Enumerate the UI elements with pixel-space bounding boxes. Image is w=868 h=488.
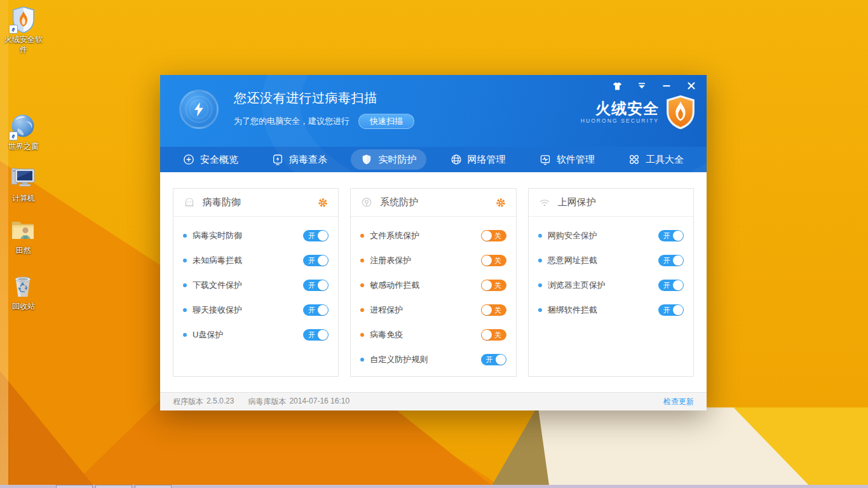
protection-row: 聊天接收保护 开 xyxy=(183,297,329,322)
tab-software-management[interactable]: 软件管理 xyxy=(529,149,605,170)
tab-label: 病毒查杀 xyxy=(289,154,327,166)
tab-network-management[interactable]: 网络管理 xyxy=(440,149,516,170)
toggle-switch[interactable]: 开 xyxy=(303,304,329,316)
status-bullet xyxy=(360,234,364,238)
tab-security-overview[interactable]: 安全概览 xyxy=(173,149,248,170)
shortcut-arrow-icon xyxy=(9,132,18,140)
skin-shirt-icon[interactable] xyxy=(609,79,625,92)
toggle-switch[interactable]: 开 xyxy=(303,329,329,341)
protection-panels: 病毒防御 病毒实时防御 开 未知病毒拦截 开 下载文件保护 xyxy=(160,172,707,392)
globe-icon xyxy=(451,154,462,165)
shield-logo-icon xyxy=(665,95,696,130)
taskbar-button[interactable] xyxy=(56,485,93,488)
panel-rows: 文件系统保护 关 注册表保护 关 敏感动作拦截 关 进程保护 关 xyxy=(351,217,515,372)
toggle-state-label: 开 xyxy=(308,304,315,316)
toggle-knob xyxy=(482,255,492,266)
desktop-icon-user-folder[interactable]: 田然 xyxy=(1,217,46,256)
protection-label: U盘保护 xyxy=(193,329,223,341)
minimize-icon[interactable] xyxy=(659,79,674,92)
user-folder-icon xyxy=(10,217,37,244)
toggle-switch[interactable]: 关 xyxy=(481,304,506,316)
protection-row: 浏览器主页保护 开 xyxy=(538,273,684,297)
check-update-link[interactable]: 检查更新 xyxy=(663,396,694,407)
status-bullet xyxy=(360,283,364,287)
desktop-icon-computer[interactable]: 计算机 xyxy=(1,165,46,204)
bolt-square-icon xyxy=(272,154,283,165)
tab-label: 网络管理 xyxy=(468,154,506,166)
quick-scan-button[interactable]: 快速扫描 xyxy=(358,114,414,129)
taskbar-button[interactable] xyxy=(135,485,172,488)
toggle-switch[interactable]: 开 xyxy=(658,255,684,266)
status-subtitle: 为了您的电脑安全，建议您进行 xyxy=(234,116,349,127)
toggle-switch[interactable]: 关 xyxy=(481,255,506,266)
toggle-switch[interactable]: 开 xyxy=(481,354,506,365)
panel-title: 病毒防御 xyxy=(203,196,241,208)
protection-row: 恶意网址拦截 开 xyxy=(538,248,684,273)
status-bullet xyxy=(183,259,187,262)
toggle-switch[interactable]: 关 xyxy=(481,280,506,291)
taskbar-button[interactable] xyxy=(95,485,132,488)
grid-circles-icon xyxy=(628,154,640,165)
brand-subtitle: HUORONG SECURITY xyxy=(581,118,659,124)
protection-label: 病毒实时防御 xyxy=(193,230,242,241)
toggle-switch[interactable]: 开 xyxy=(303,280,329,291)
toggle-switch[interactable]: 开 xyxy=(658,280,684,291)
status-bullet xyxy=(538,234,542,238)
protection-label: 捆绑软件拦截 xyxy=(548,304,597,316)
toggle-state-label: 关 xyxy=(494,329,501,341)
gear-icon[interactable] xyxy=(495,197,506,208)
toggle-state-label: 开 xyxy=(308,329,315,341)
toggle-knob xyxy=(318,280,328,290)
protection-row: U盘保护 开 xyxy=(183,322,329,347)
toggle-switch[interactable]: 关 xyxy=(481,230,506,241)
toggle-knob xyxy=(318,255,328,266)
gear-icon[interactable] xyxy=(317,197,329,208)
desktop-icon-recycle-bin[interactable]: 回收站 xyxy=(1,273,46,312)
toggle-state-label: 关 xyxy=(494,255,501,266)
toggle-switch[interactable]: 关 xyxy=(481,329,506,341)
scan-status-text: 您还没有进行过病毒扫描 为了您的电脑安全，建议您进行 快速扫描 xyxy=(234,90,414,129)
tab-realtime-protection[interactable]: 实时防护 xyxy=(351,149,426,170)
status-bullet xyxy=(183,333,187,337)
toggle-knob xyxy=(318,330,328,340)
system-guard-icon xyxy=(360,196,373,209)
desktop-icon-label: 田然 xyxy=(16,246,31,256)
desktop-icon-world-window-browser[interactable]: 世界之窗 xyxy=(1,113,46,152)
status-title: 您还没有进行过病毒扫描 xyxy=(234,90,414,107)
protection-row: 病毒实时防御 开 xyxy=(183,223,329,248)
toggle-state-label: 开 xyxy=(308,255,315,266)
window-header: 您还没有进行过病毒扫描 为了您的电脑安全，建议您进行 快速扫描 火绒安全 HUO… xyxy=(160,75,707,147)
toggle-knob xyxy=(482,231,492,241)
toggle-switch[interactable]: 开 xyxy=(303,230,329,241)
protection-label: 文件系统保护 xyxy=(370,230,419,241)
toggle-state-label: 关 xyxy=(494,280,501,291)
program-version-label: 程序版本 xyxy=(173,396,203,407)
toggle-switch[interactable]: 开 xyxy=(658,304,684,316)
protection-label: 病毒免疫 xyxy=(370,329,403,341)
toggle-switch[interactable]: 开 xyxy=(658,230,684,241)
close-icon[interactable] xyxy=(684,79,699,92)
panel-header: 系统防护 xyxy=(351,189,515,217)
desktop-icon-label: 火绒安全软件 xyxy=(3,35,44,55)
circle-plus-icon xyxy=(183,154,194,165)
protection-label: 恶意网址拦截 xyxy=(548,255,597,266)
panel-virus-defense: 病毒防御 病毒实时防御 开 未知病毒拦截 开 下载文件保护 xyxy=(173,188,339,377)
monitor-wave-icon xyxy=(539,154,551,165)
protection-row: 网购安全保护 开 xyxy=(538,223,684,248)
program-version: 程序版本 2.5.0.23 xyxy=(173,396,234,407)
tab-virus-scan[interactable]: 病毒查杀 xyxy=(262,149,337,170)
toggle-knob xyxy=(318,305,328,315)
toggle-state-label: 开 xyxy=(308,230,315,241)
protection-row: 下载文件保护 开 xyxy=(183,273,329,297)
protection-label: 注册表保护 xyxy=(370,255,411,266)
skin-dropdown-icon[interactable] xyxy=(634,79,649,92)
toggle-switch[interactable]: 开 xyxy=(303,255,329,266)
tab-toolbox[interactable]: 工具大全 xyxy=(618,149,694,170)
window-footer: 程序版本 2.5.0.23 病毒库版本 2014-07-16 16:10 检查更… xyxy=(160,392,707,410)
status-bullet xyxy=(360,333,364,337)
shortcut-arrow-icon xyxy=(9,25,18,34)
taskbar-edge[interactable] xyxy=(0,485,868,488)
status-bullet xyxy=(183,308,187,312)
desktop-icon-huorong-security[interactable]: 火绒安全软件 xyxy=(1,6,46,55)
toggle-knob xyxy=(673,231,683,241)
